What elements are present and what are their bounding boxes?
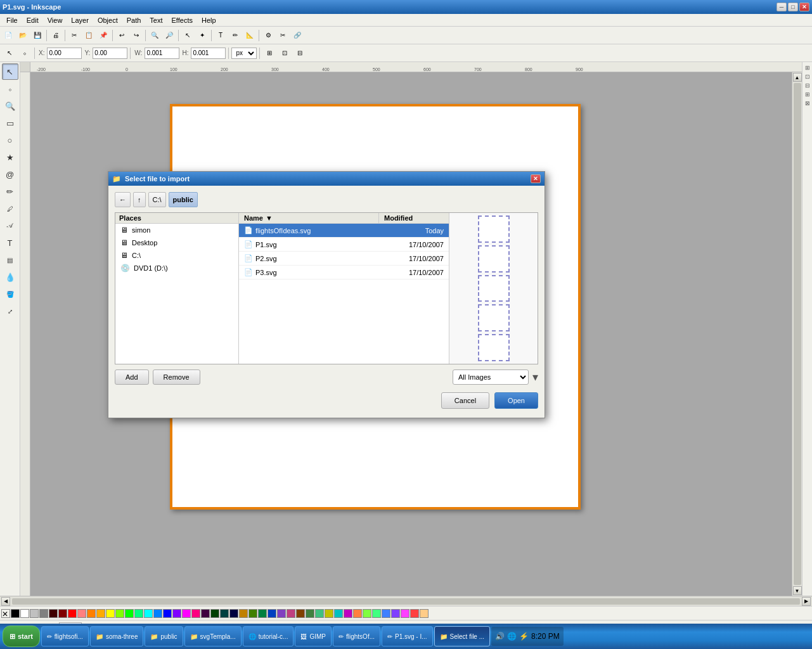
color-swatch[interactable]	[106, 609, 115, 618]
scroll-thumb[interactable]	[794, 83, 801, 585]
node-button[interactable]: ✦	[195, 29, 209, 42]
unlink-button[interactable]: ✂	[276, 29, 290, 42]
color-swatch[interactable]	[30, 609, 39, 618]
places-item-desktop[interactable]: 🖥 Desktop	[115, 236, 238, 249]
menu-help[interactable]: Help	[198, 16, 220, 25]
select-tool-btn[interactable]: ↖	[3, 46, 16, 60]
taskbar-select-file[interactable]: 📁 Select file ...	[434, 626, 490, 646]
color-swatch[interactable]	[144, 609, 153, 618]
color-swatch[interactable]	[210, 609, 219, 618]
minimize-button[interactable]: ─	[777, 3, 787, 11]
text-tool-button[interactable]: T	[214, 29, 228, 42]
file-row-flights[interactable]: 📄 flightsOfIdeas.svg Today	[239, 224, 449, 238]
link-button[interactable]: 🔗	[290, 29, 304, 42]
color-swatch[interactable]	[115, 609, 124, 618]
color-swatch[interactable]	[182, 609, 191, 618]
file-row-p2[interactable]: 📄 P2.svg 17/10/2007	[239, 252, 449, 266]
color-swatch[interactable]	[420, 609, 429, 618]
color-swatch[interactable]	[315, 609, 324, 618]
zoom-out-button[interactable]: 🔎	[162, 29, 176, 42]
color-swatch[interactable]	[77, 609, 86, 618]
color-swatch[interactable]	[11, 609, 20, 618]
rect-tool[interactable]: ▭	[2, 115, 18, 131]
fill-tool[interactable]: 🪣	[2, 286, 18, 302]
menu-text[interactable]: Text	[146, 16, 166, 25]
selector-tool[interactable]: ↖	[2, 63, 18, 80]
places-item-c-drive[interactable]: 🖥 C:\	[115, 249, 238, 262]
color-swatch[interactable]	[96, 609, 105, 618]
taskbar-p1svg[interactable]: ✏ P1.svg - I...	[382, 626, 433, 646]
color-swatch[interactable]	[239, 609, 248, 618]
undo-button[interactable]: ↩	[115, 29, 129, 42]
taskbar-tutorial[interactable]: 🌐 tutorial-c...	[243, 626, 294, 646]
menu-edit[interactable]: Edit	[23, 16, 42, 25]
filter-dropdown-icon[interactable]: ▾	[532, 370, 538, 384]
dialog-close-button[interactable]: ✕	[531, 174, 541, 183]
dropper-tool[interactable]: 💧	[2, 269, 18, 285]
menu-layer[interactable]: Layer	[67, 16, 93, 25]
snap-to-node-btn[interactable]: ⊡	[803, 72, 812, 81]
new-button[interactable]: 📄	[1, 29, 15, 42]
color-swatch[interactable]	[68, 609, 77, 618]
scroll-left-btn[interactable]: ◀	[1, 597, 10, 606]
col-header-modified[interactable]: Modified	[379, 213, 449, 223]
select-button[interactable]: ↖	[181, 29, 195, 42]
spiral-tool[interactable]: @	[2, 166, 18, 183]
color-swatch[interactable]	[372, 609, 381, 618]
color-swatch[interactable]	[410, 609, 419, 618]
text-tool[interactable]: T	[2, 235, 18, 251]
col-header-name[interactable]: Name ▼	[239, 213, 379, 223]
node-tool[interactable]: ⬦	[2, 80, 18, 97]
color-swatch[interactable]	[277, 609, 286, 618]
taskbar-svg-template[interactable]: 📁 svgTempla...	[184, 626, 242, 646]
add-button[interactable]: Add	[115, 369, 149, 385]
up-button[interactable]: ↑	[133, 192, 146, 207]
maximize-button[interactable]: □	[788, 3, 798, 11]
measure-button[interactable]: 📐	[243, 29, 257, 42]
menu-file[interactable]: File	[3, 16, 22, 25]
color-swatch[interactable]	[287, 609, 295, 618]
align-left-button[interactable]: ⊞	[262, 46, 276, 60]
gradient-tool[interactable]: ▤	[2, 252, 18, 268]
color-swatch[interactable]	[325, 609, 333, 618]
taskbar-flightsof[interactable]: ✏ flightsOf...	[333, 626, 380, 646]
snap-button[interactable]: ⊟	[293, 46, 307, 60]
star-tool[interactable]: ★	[2, 149, 18, 165]
snap-to-page-btn[interactable]: ⊞	[803, 90, 812, 99]
color-swatch[interactable]	[382, 609, 390, 618]
vertical-scrollbar[interactable]: ▲ ▼	[792, 72, 802, 596]
color-swatch[interactable]	[306, 609, 314, 618]
units-select[interactable]: px mm cm in	[231, 48, 257, 59]
pen-tool[interactable]: 🖊	[2, 200, 18, 217]
back-button[interactable]: ←	[115, 192, 131, 207]
w-input[interactable]	[145, 48, 179, 59]
zoom-tool[interactable]: 🔍	[2, 98, 18, 114]
color-swatch[interactable]	[125, 609, 134, 618]
circle-tool[interactable]: ○	[2, 132, 18, 148]
file-filter-select[interactable]: All Images SVG Files All Files	[453, 369, 529, 385]
y-input[interactable]	[93, 48, 127, 59]
taskbar-public[interactable]: 📁 public	[145, 626, 183, 646]
scroll-up-btn[interactable]: ▲	[793, 73, 802, 82]
color-swatch[interactable]	[172, 609, 181, 618]
menu-view[interactable]: View	[44, 16, 67, 25]
color-swatch[interactable]	[363, 609, 371, 618]
color-swatch[interactable]	[334, 609, 343, 618]
snap-to-grid-btn[interactable]: ⊞	[803, 63, 812, 72]
open-button[interactable]: Open	[494, 392, 538, 409]
scroll-down-btn[interactable]: ▼	[793, 586, 802, 595]
color-swatch[interactable]	[258, 609, 267, 618]
save-button[interactable]: 💾	[30, 29, 44, 42]
file-row-p3[interactable]: 📄 P3.svg 17/10/2007	[239, 266, 449, 280]
scroll-right-btn[interactable]: ▶	[802, 597, 811, 606]
print-button[interactable]: 🖨	[49, 29, 63, 42]
file-row-p1[interactable]: 📄 P1.svg 17/10/2007	[239, 238, 449, 252]
h-scroll-thumb[interactable]	[12, 598, 800, 605]
color-swatch[interactable]	[58, 609, 67, 618]
path-public[interactable]: public	[169, 192, 198, 207]
settings-button[interactable]: ⚙	[261, 29, 275, 42]
color-swatch[interactable]	[220, 609, 229, 618]
align-center-button[interactable]: ⊡	[278, 46, 292, 60]
color-swatch[interactable]	[20, 609, 29, 618]
color-swatch[interactable]	[201, 609, 210, 618]
